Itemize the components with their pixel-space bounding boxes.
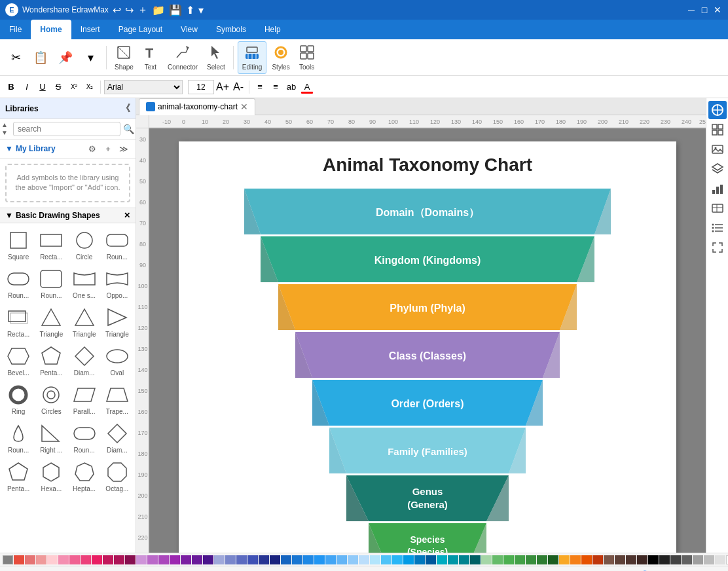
folder-icon[interactable]: 📁 xyxy=(152,4,165,16)
shapes-grid: Square Recta... Circle Roun... xyxy=(0,223,136,498)
list-button[interactable]: ≡ xyxy=(268,80,283,94)
font-size-input[interactable] xyxy=(188,80,214,94)
right-panel-image[interactable] xyxy=(708,140,727,158)
styles-button[interactable]: Styles xyxy=(268,42,293,73)
svg-rect-132 xyxy=(718,124,723,129)
underline-button[interactable]: U xyxy=(35,80,50,94)
shape-right-triangle[interactable]: Right ... xyxy=(35,419,67,456)
connector-button[interactable]: Connector xyxy=(164,42,202,73)
right-panel-chart[interactable] xyxy=(708,179,727,198)
strikethrough-button[interactable]: S xyxy=(51,80,65,94)
canvas-scroll[interactable]: Animal Taxonomy Chart Domain（Domains） xyxy=(149,128,706,553)
shape-round-rect4[interactable]: Roun... xyxy=(69,419,100,456)
right-panel-grid[interactable] xyxy=(708,120,727,139)
text-button[interactable]: T Text xyxy=(139,42,162,73)
font-size-increase[interactable]: A+ xyxy=(215,80,230,94)
font-color-button[interactable]: A xyxy=(300,80,314,94)
font-select[interactable]: Arial Calibri Times New Roman xyxy=(104,80,183,94)
nav-up-icon[interactable]: ▲ xyxy=(1,121,8,129)
menu-file[interactable]: File xyxy=(0,20,31,39)
bold-button[interactable]: B xyxy=(4,80,18,94)
shape-rect-shadow[interactable]: Recta... xyxy=(3,303,34,341)
text-label: Text xyxy=(145,64,156,71)
shape-circle[interactable]: Circle xyxy=(69,226,100,263)
right-panel-expand[interactable] xyxy=(708,238,727,257)
nav-down-icon[interactable]: ▼ xyxy=(1,129,8,137)
undo-icon[interactable]: ↩ xyxy=(113,4,121,16)
search-bar: 🔍 xyxy=(9,119,138,139)
wrap-button[interactable]: ab xyxy=(284,80,299,94)
shape-round-rect[interactable]: Roun... xyxy=(101,226,133,263)
paste-dropdown-button[interactable]: ▾ xyxy=(79,49,102,66)
right-panel-list[interactable] xyxy=(708,219,727,237)
shape-round-rect2[interactable]: Roun... xyxy=(3,265,34,302)
shape-circles[interactable]: Circles xyxy=(35,380,67,418)
tab-close-icon[interactable]: ✕ xyxy=(240,101,248,112)
shape-triangle[interactable]: Triangle xyxy=(35,303,67,341)
title-bar-controls[interactable]: ─ □ ✕ xyxy=(686,5,723,15)
shape-pentagon[interactable]: Penta... xyxy=(35,342,67,379)
save-icon[interactable]: 💾 xyxy=(169,4,182,16)
library-add-icon[interactable]: + xyxy=(101,142,115,155)
menu-page-layout[interactable]: Page Layout xyxy=(109,20,172,39)
new-icon[interactable]: ＋ xyxy=(137,3,148,17)
menu-insert[interactable]: Insert xyxy=(71,20,109,39)
my-library-section[interactable]: ▼ My Library ⚙ + ≫ xyxy=(0,139,136,158)
shape-round-triangle[interactable]: Roun... xyxy=(3,419,34,456)
color-swatch-gray[interactable] xyxy=(3,555,13,564)
shape-parallelogram[interactable]: Parall... xyxy=(69,380,100,418)
search-input[interactable] xyxy=(13,122,120,136)
shape-square[interactable]: Square xyxy=(3,226,34,263)
shape-button[interactable]: Shape xyxy=(111,42,137,73)
window-minimize[interactable]: ─ xyxy=(686,5,697,15)
select-button[interactable]: Select xyxy=(203,42,229,73)
shape-pentagon2[interactable]: Penta... xyxy=(3,458,34,495)
shape-rectangle[interactable]: Recta... xyxy=(35,226,67,263)
cut-button[interactable]: ✂ xyxy=(4,49,27,66)
search-icon[interactable]: 🔍 xyxy=(123,124,134,134)
shape-opposite[interactable]: Oppo... xyxy=(101,265,133,302)
right-panel-connect[interactable] xyxy=(708,101,727,119)
subscript-button[interactable]: X₂ xyxy=(82,80,97,94)
align-button[interactable]: ≡ xyxy=(253,80,267,94)
shape-heptagon[interactable]: Hepta... xyxy=(69,458,100,495)
shape-triangle3[interactable]: Triangle xyxy=(101,303,133,341)
menu-home[interactable]: Home xyxy=(31,20,71,39)
shape-ring[interactable]: Ring xyxy=(3,380,34,418)
window-close[interactable]: ✕ xyxy=(712,5,723,15)
superscript-button[interactable]: X² xyxy=(67,80,81,94)
dropdown-arrow-icon[interactable]: ▾ xyxy=(198,4,204,16)
shape-trapezoid[interactable]: Trape... xyxy=(101,380,133,418)
shape-round-rect3[interactable]: Roun... xyxy=(35,265,67,302)
shape-diamond[interactable]: Diam... xyxy=(69,342,100,379)
shapes-section-header[interactable]: ▼ Basic Drawing Shapes ✕ xyxy=(0,208,136,223)
shapes-close-icon[interactable]: ✕ xyxy=(124,211,130,220)
export-icon[interactable]: ⬆ xyxy=(186,4,194,16)
redo-icon[interactable]: ↪ xyxy=(125,4,134,16)
tools-button[interactable]: Tools xyxy=(295,42,319,73)
italic-button[interactable]: I xyxy=(20,80,34,94)
menu-view[interactable]: View xyxy=(172,20,207,39)
sidebar-collapse-icon[interactable]: 《 xyxy=(121,103,130,115)
editing-button[interactable]: Editing xyxy=(238,41,267,74)
shape-triangle2[interactable]: Triangle xyxy=(69,303,100,341)
library-settings-icon[interactable]: ⚙ xyxy=(86,142,99,155)
shape-octagon[interactable]: Octag... xyxy=(101,458,133,495)
copy-button[interactable]: 📋 xyxy=(29,49,52,66)
paste-button[interactable]: 📌 xyxy=(54,49,77,66)
shape-bevel[interactable]: Bevel... xyxy=(3,342,34,379)
menu-symbols[interactable]: Symbols xyxy=(207,20,255,39)
canvas-tab[interactable]: animal-taxonomy-chart ✕ xyxy=(139,98,255,115)
svg-text:30: 30 xyxy=(244,119,250,125)
shape-hexagon[interactable]: Hexa... xyxy=(35,458,67,495)
window-maximize[interactable]: □ xyxy=(699,5,710,15)
funnel-diagram: Domain（Domains） Kingdom (Kingdoms) Phylu… xyxy=(192,189,663,553)
right-panel-layers[interactable] xyxy=(708,160,727,178)
font-size-decrease[interactable]: A- xyxy=(231,80,246,94)
menu-help[interactable]: Help xyxy=(255,20,290,39)
library-more-icon[interactable]: ≫ xyxy=(117,142,130,155)
shape-one-side[interactable]: One s... xyxy=(69,265,100,302)
right-panel-table[interactable] xyxy=(708,199,727,217)
shape-diamond2[interactable]: Diam... xyxy=(101,419,133,456)
shape-oval[interactable]: Oval xyxy=(101,342,133,379)
